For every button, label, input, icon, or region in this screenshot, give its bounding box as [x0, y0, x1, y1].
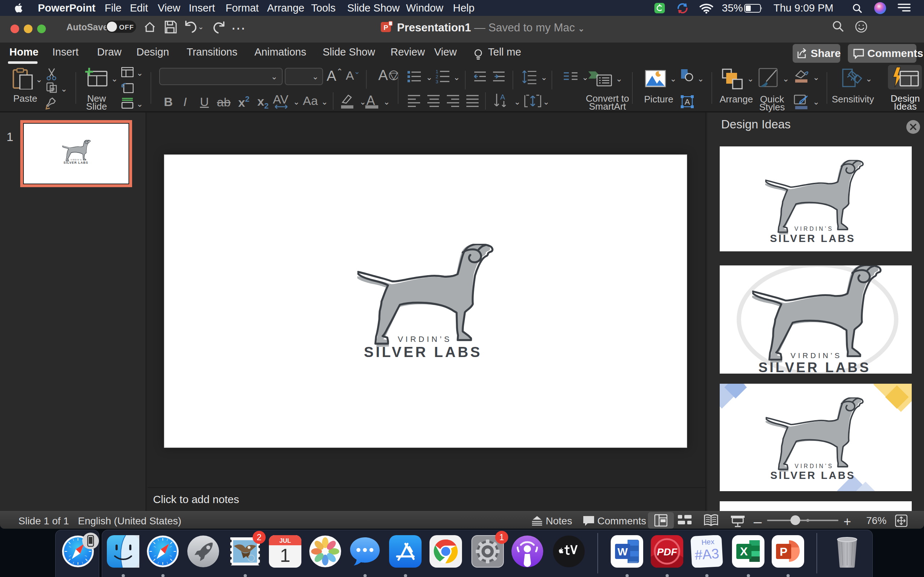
svg-text:A: A — [685, 97, 690, 106]
svg-text:P: P — [384, 24, 388, 31]
svg-text:2: 2 — [436, 74, 438, 79]
svg-text:3: 3 — [436, 79, 438, 84]
svg-text:A: A — [500, 93, 505, 101]
svg-text:1: 1 — [436, 69, 438, 74]
